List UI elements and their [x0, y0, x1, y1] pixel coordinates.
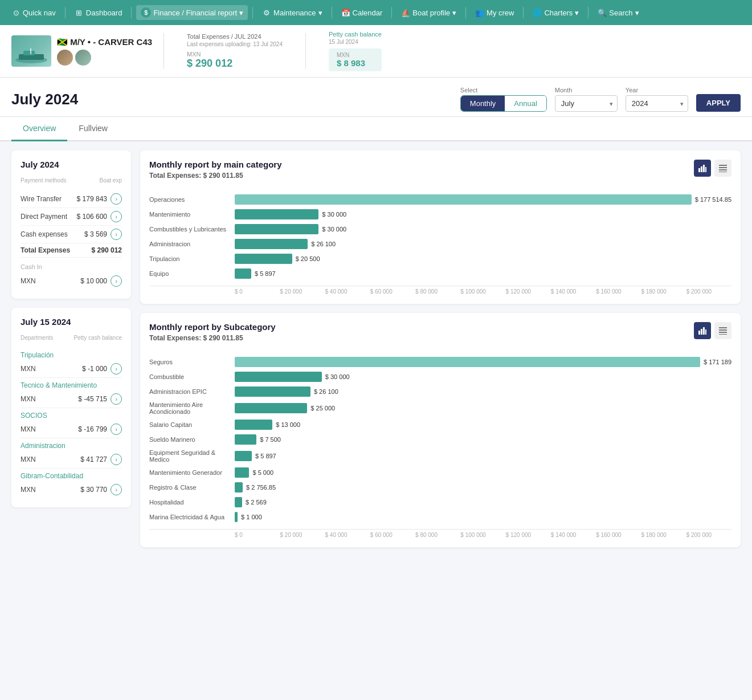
search-icon: 🔍: [598, 8, 607, 17]
nav-charters[interactable]: 🌐 Charters ▾: [528, 6, 583, 19]
charters-dropdown-icon: ▾: [575, 9, 579, 17]
barchart-bar-area: $ 5 897: [235, 451, 731, 461]
petty-amount: $ 8 983: [337, 58, 374, 68]
bar-chart-icon-btn[interactable]: [694, 160, 711, 177]
x-tick: $ 20 000: [280, 532, 325, 538]
tab-overview[interactable]: Overview: [11, 117, 67, 141]
page-title: July 2024: [11, 91, 460, 108]
select-label: Select: [460, 87, 547, 93]
nav-separator-3: [252, 7, 253, 18]
direct-payment-value: $ 106 600 ›: [77, 211, 122, 222]
barchart-amount: $ 30 000: [325, 373, 350, 380]
main-chart-icons: [694, 160, 731, 177]
direct-payment-btn[interactable]: ›: [111, 211, 122, 222]
total-expenses-row-label: Total Expenses: [21, 246, 70, 254]
cash-in-btn[interactable]: ›: [111, 275, 122, 287]
barchart-label: Tripulacion: [149, 255, 235, 262]
barchart-label: Operaciones: [149, 196, 235, 203]
year-label: Year: [626, 87, 688, 93]
barchart-bar-area: $ 25 000: [235, 403, 731, 413]
vessel-title: 🇯🇲 M/Y • - CARVER C43: [57, 37, 152, 47]
cash-expenses-btn[interactable]: ›: [111, 229, 122, 240]
finance-dropdown-icon: ▾: [239, 9, 243, 17]
tripulacion-value: $ -1 000 ›: [82, 363, 122, 375]
sub-bar-chart-icon-btn[interactable]: [694, 322, 711, 339]
vessel-image: [11, 35, 51, 67]
tab-fullview[interactable]: Fullview: [67, 117, 119, 141]
nav-maintenance[interactable]: ⚙ Maintenance ▾: [258, 6, 326, 19]
nav-calendar[interactable]: 📅 Calendar: [337, 6, 387, 19]
cash-expenses-value: $ 3 569 ›: [84, 229, 122, 240]
barchart-row: Sueldo Marinero$ 7 500: [149, 434, 731, 445]
svg-rect-7: [705, 167, 706, 172]
table-chart-icon-btn[interactable]: [714, 160, 731, 177]
month-select-wrapper: JanuaryFebruaryMarch AprilMayJune JulyAu…: [555, 95, 618, 112]
administracion-value: $ 41 727 ›: [80, 454, 122, 465]
barchart-label: Seguros: [149, 359, 235, 365]
gibram-btn[interactable]: ›: [111, 484, 122, 495]
nav-my-crew[interactable]: 👥 My crew: [471, 6, 518, 19]
nav-finance[interactable]: $ Finance / Financial report ▾: [136, 5, 248, 20]
main-content: July 2024 Payment methods Boat exp Wire …: [0, 141, 752, 556]
nav-search[interactable]: 🔍 Search ▾: [593, 6, 643, 19]
table-row: Total Expenses $ 290 012: [21, 243, 122, 258]
header-divider-1: [164, 33, 164, 69]
barchart-amount: $ 20 500: [296, 255, 320, 262]
year-select-wrapper: 202220232024: [626, 95, 688, 112]
year-select[interactable]: 202220232024: [626, 95, 688, 112]
barchart-row: Equipo$ 5 897: [149, 268, 731, 279]
barchart-label: Combustible: [149, 373, 235, 380]
barchart-bar: [235, 451, 252, 461]
nav-boat-profile[interactable]: ⛵ Boat profile ▾: [397, 6, 461, 19]
gibram-currency: MXN: [21, 486, 36, 494]
header-divider-2: [305, 33, 306, 69]
top-navigation: ⊙ Quick nav ⊞ Dashboard $ Finance / Fina…: [0, 0, 752, 25]
select-group: Select Monthly Annual: [460, 87, 547, 112]
barchart-bar: [235, 372, 322, 382]
barchart-row: Combustible$ 30 000: [149, 372, 731, 382]
petty-currency: MXN: [337, 52, 374, 58]
barchart-row: Combustibles y Lubricantes$ 30 000: [149, 224, 731, 234]
barchart-bar-area: $ 2 756.85: [235, 482, 731, 493]
socios-currency: MXN: [21, 425, 36, 433]
svg-rect-18: [719, 332, 727, 333]
barchart-bar: [235, 386, 310, 397]
nav-dashboard[interactable]: ⊞ Dashboard: [70, 6, 127, 19]
dept-gibram: Gibram-Contabilidad: [21, 469, 122, 481]
cash-in-value: $ 10 000 ›: [80, 275, 122, 287]
main-chart-title: Monthly report by main category: [149, 160, 282, 169]
barchart-bar: [235, 512, 238, 522]
page-header: 🇯🇲 M/Y • - CARVER C43 Total Expenses / J…: [0, 25, 752, 78]
sub-table-chart-icon-btn[interactable]: [714, 322, 731, 339]
dept-socios: SOCIOS: [21, 408, 122, 421]
month-select[interactable]: JanuaryFebruaryMarch AprilMayJune JulyAu…: [555, 95, 618, 112]
dept-tecnico: Tecnico & Mantenimiento: [21, 378, 122, 390]
apply-button[interactable]: APPLY: [696, 94, 741, 112]
barchart-bar: [235, 194, 692, 205]
barchart-amount: $ 177 514.85: [695, 196, 731, 203]
socios-value: $ -16 799 ›: [78, 424, 122, 435]
year-select-group: Year 202220232024: [626, 87, 688, 112]
nav-quick-nav[interactable]: ⊙ Quick nav: [7, 6, 60, 19]
tecnico-btn[interactable]: ›: [111, 393, 122, 405]
nav-separator-5: [391, 7, 392, 18]
barchart-bar: [235, 467, 249, 478]
total-expenses-label: Total Expenses / JUL 2024: [187, 33, 283, 40]
barchart-bar-area: $ 26 100: [235, 239, 731, 249]
barchart-amount: $ 26 100: [311, 241, 336, 247]
nav-separator-1: [65, 7, 66, 18]
annual-toggle[interactable]: Annual: [505, 96, 546, 111]
socios-btn[interactable]: ›: [111, 424, 122, 435]
wire-transfer-value: $ 179 843 ›: [77, 193, 122, 205]
administracion-btn[interactable]: ›: [111, 454, 122, 465]
tripulacion-btn[interactable]: ›: [111, 363, 122, 375]
administracion-currency: MXN: [21, 455, 36, 463]
barchart-bar: [235, 482, 243, 493]
monthly-toggle[interactable]: Monthly: [461, 96, 505, 111]
barchart-bar: [235, 420, 272, 430]
svg-rect-6: [703, 165, 705, 172]
boat-icon: ⛵: [401, 8, 410, 17]
cash-expenses-label: Cash expenses: [21, 230, 68, 238]
wire-transfer-btn[interactable]: ›: [111, 193, 122, 205]
barchart-row: Marina Electricidad & Agua$ 1 000: [149, 512, 731, 522]
